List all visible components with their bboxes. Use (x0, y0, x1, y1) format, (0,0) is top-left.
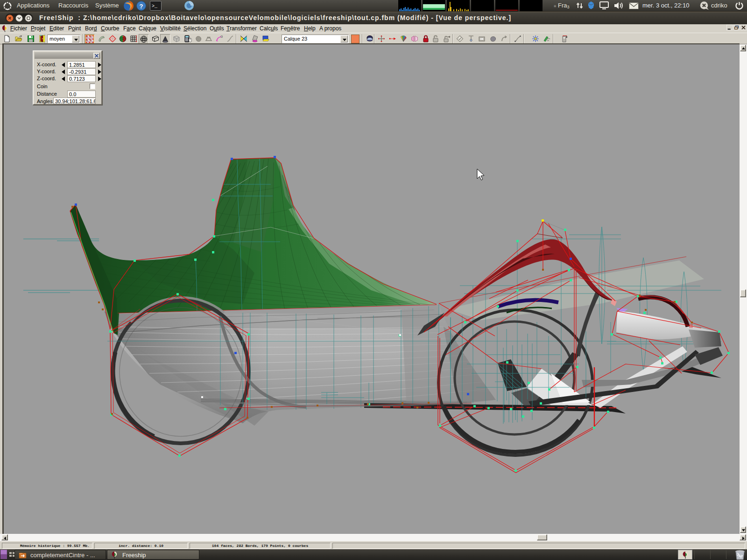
svg-text:>_: >_ (152, 4, 158, 9)
svg-text:?: ? (140, 3, 143, 10)
